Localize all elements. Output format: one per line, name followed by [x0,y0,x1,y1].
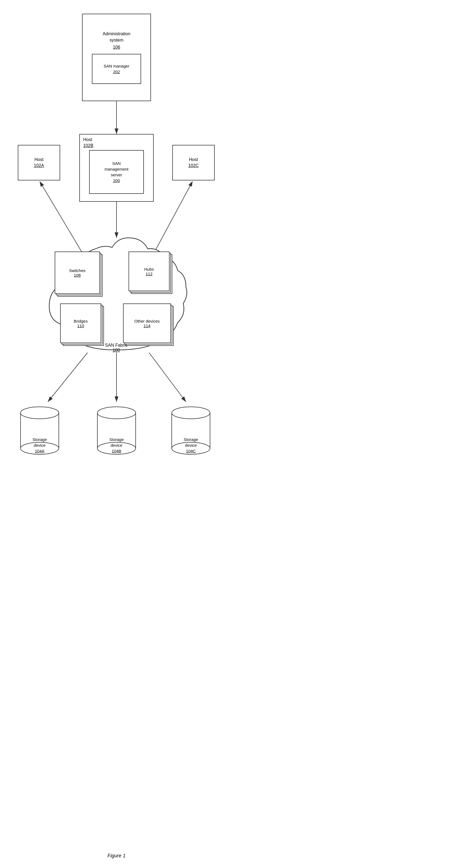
other-devices-ref: 114 [144,323,150,328]
svg-point-13 [97,407,136,419]
storage-104a: Storage device 104A [18,402,62,457]
other-devices-label: Other devices [134,319,160,323]
bridges-label: Bridges [74,319,88,323]
svg-point-16 [172,407,210,419]
other-devices-stack: Other devices 114 [123,304,171,343]
san-manager-label: SAN manager [104,63,129,69]
san-manager-box: SAN manager 202 [92,54,141,84]
san-mgmt-server-label: SAN management server [104,160,128,178]
host-102b-ref: 102B [83,143,93,148]
san-mgmt-server-ref: 200 [113,178,120,183]
switches-stack: Switches 108 [55,251,100,294]
admin-system-box: Administration system 106 SAN manager 20… [82,14,151,101]
hubs-stack: Hubs 112 [128,251,169,291]
figure-label: Figure 1 [0,853,233,859]
svg-point-10 [21,407,59,419]
san-mgmt-server-box: SAN management server 200 [89,150,144,194]
diagram: Administration system 106 SAN manager 20… [0,0,233,847]
bridges-stack: Bridges 110 [60,304,101,343]
host-102b-box: Host 102B SAN management server 200 [79,134,154,202]
host-102b-label: Host [83,137,92,142]
host-102a-ref: 102A [34,163,44,169]
host-102c-box: Host 102C [172,145,215,180]
san-fabric-cloud: SAN Fabric 100 Switches 108 Hubs 112 [38,230,194,361]
admin-system-ref: 106 [113,44,120,50]
storage-104a-label: Storage device 104A [33,437,47,454]
storage-104b: Storage device 104B [95,402,138,457]
admin-system-label: Administration system [102,31,130,42]
san-fabric-label: SAN Fabric 100 [105,343,127,353]
hubs-label: Hubs [144,267,154,272]
hubs-ref: 112 [146,272,152,276]
storage-104b-label: Storage device 104B [110,437,124,454]
switches-label: Switches [69,268,85,273]
host-102a-label: Host [34,157,43,163]
san-manager-ref: 202 [113,69,120,74]
switches-ref: 108 [74,273,81,278]
host-102a-box: Host 102A [18,145,60,180]
host-102c-ref: 102C [188,163,198,169]
storage-104c-label: Storage device 104C [184,437,198,454]
host-102c-label: Host [189,157,198,163]
bridges-ref: 110 [77,323,84,328]
storage-104c: Storage device 104C [169,402,213,457]
